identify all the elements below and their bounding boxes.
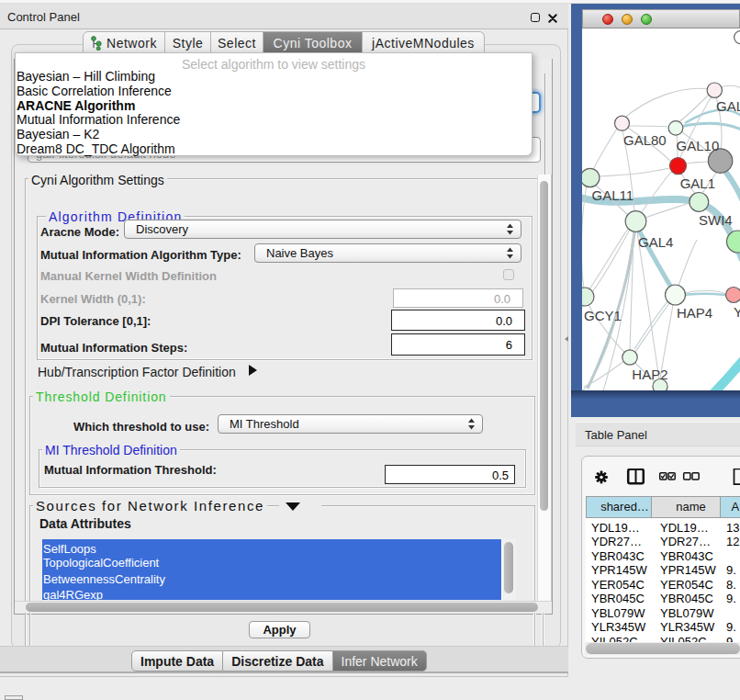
svg-text:YDR: YDR: [734, 304, 740, 320]
svg-text:HAP4: HAP4: [677, 305, 712, 321]
svg-text:GAL80: GAL80: [623, 132, 667, 148]
svg-text:GAL1: GAL1: [680, 175, 715, 191]
svg-text:GAL10: GAL10: [677, 138, 720, 153]
svg-text:GAL11: GAL11: [592, 187, 634, 203]
svg-text:SWI4: SWI4: [699, 212, 733, 228]
svg-text:GAL2: GAL2: [716, 98, 740, 114]
svg-text:HAP2: HAP2: [632, 367, 667, 382]
svg-text:GAL4: GAL4: [638, 234, 673, 250]
svg-text:GCY1: GCY1: [584, 308, 622, 323]
